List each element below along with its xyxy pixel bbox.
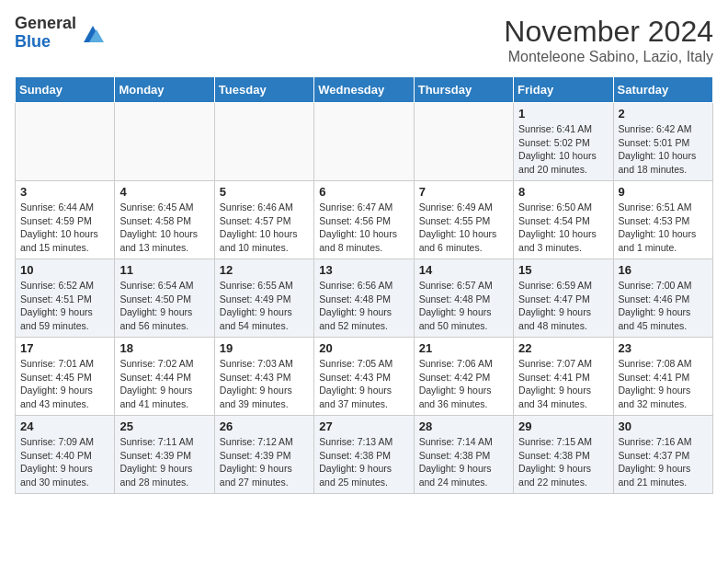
day-cell xyxy=(16,103,115,181)
day-cell: 3Sunrise: 6:44 AM Sunset: 4:59 PM Daylig… xyxy=(16,181,115,259)
month-title: November 2024 xyxy=(504,15,713,49)
day-cell: 11Sunrise: 6:54 AM Sunset: 4:50 PM Dayli… xyxy=(115,259,214,338)
header-day-wednesday: Wednesday xyxy=(314,77,414,103)
day-cell: 23Sunrise: 7:08 AM Sunset: 4:41 PM Dayli… xyxy=(613,338,712,416)
day-info: Sunrise: 6:59 AM Sunset: 4:47 PM Dayligh… xyxy=(518,279,608,333)
day-info: Sunrise: 7:00 AM Sunset: 4:46 PM Dayligh… xyxy=(619,279,708,333)
header-day-saturday: Saturday xyxy=(613,77,712,103)
day-number: 23 xyxy=(619,341,708,355)
day-info: Sunrise: 6:56 AM Sunset: 4:48 PM Dayligh… xyxy=(319,279,408,333)
week-row-3: 10Sunrise: 6:52 AM Sunset: 4:51 PM Dayli… xyxy=(16,259,713,338)
day-cell: 9Sunrise: 6:51 AM Sunset: 4:53 PM Daylig… xyxy=(613,181,712,259)
day-number: 22 xyxy=(518,341,608,355)
day-cell xyxy=(314,103,414,181)
day-info: Sunrise: 6:51 AM Sunset: 4:53 PM Dayligh… xyxy=(619,201,708,255)
day-cell: 25Sunrise: 7:11 AM Sunset: 4:39 PM Dayli… xyxy=(115,416,214,494)
day-info: Sunrise: 7:05 AM Sunset: 4:43 PM Dayligh… xyxy=(319,357,408,411)
logo-blue: Blue xyxy=(15,33,76,52)
day-number: 2 xyxy=(619,107,708,121)
day-number: 4 xyxy=(119,185,209,199)
day-cell: 6Sunrise: 6:47 AM Sunset: 4:56 PM Daylig… xyxy=(314,181,414,259)
day-number: 10 xyxy=(20,263,109,277)
day-number: 26 xyxy=(220,419,309,433)
day-number: 30 xyxy=(619,419,708,433)
day-info: Sunrise: 7:08 AM Sunset: 4:41 PM Dayligh… xyxy=(619,357,708,411)
day-number: 13 xyxy=(319,263,408,277)
day-number: 15 xyxy=(518,263,608,277)
day-number: 5 xyxy=(220,185,309,199)
week-row-5: 24Sunrise: 7:09 AM Sunset: 4:40 PM Dayli… xyxy=(16,416,713,494)
day-number: 21 xyxy=(419,341,508,355)
day-number: 24 xyxy=(20,419,109,433)
day-cell: 8Sunrise: 6:50 AM Sunset: 4:54 PM Daylig… xyxy=(514,181,613,259)
week-row-4: 17Sunrise: 7:01 AM Sunset: 4:45 PM Dayli… xyxy=(16,338,713,416)
day-info: Sunrise: 7:02 AM Sunset: 4:44 PM Dayligh… xyxy=(119,357,209,411)
day-cell: 17Sunrise: 7:01 AM Sunset: 4:45 PM Dayli… xyxy=(16,338,115,416)
day-number: 27 xyxy=(319,419,408,433)
day-number: 29 xyxy=(518,419,608,433)
day-number: 14 xyxy=(419,263,508,277)
title-block: November 2024 Monteleone Sabino, Lazio, … xyxy=(504,15,713,65)
logo-text: General Blue xyxy=(15,15,76,52)
day-cell xyxy=(414,103,513,181)
page-header: General Blue November 2024 Monteleone Sa… xyxy=(15,15,713,65)
calendar-body: 1Sunrise: 6:41 AM Sunset: 5:02 PM Daylig… xyxy=(16,103,713,494)
day-info: Sunrise: 6:41 AM Sunset: 5:02 PM Dayligh… xyxy=(518,122,608,177)
day-cell xyxy=(115,103,214,181)
day-cell: 1Sunrise: 6:41 AM Sunset: 5:02 PM Daylig… xyxy=(514,103,613,181)
header-day-thursday: Thursday xyxy=(414,77,513,103)
day-info: Sunrise: 6:46 AM Sunset: 4:57 PM Dayligh… xyxy=(220,201,309,255)
day-cell: 16Sunrise: 7:00 AM Sunset: 4:46 PM Dayli… xyxy=(613,259,712,338)
day-info: Sunrise: 7:12 AM Sunset: 4:39 PM Dayligh… xyxy=(220,435,309,489)
day-number: 20 xyxy=(319,341,408,355)
calendar-header: SundayMondayTuesdayWednesdayThursdayFrid… xyxy=(16,77,713,103)
day-info: Sunrise: 6:50 AM Sunset: 4:54 PM Dayligh… xyxy=(518,201,608,255)
day-cell: 20Sunrise: 7:05 AM Sunset: 4:43 PM Dayli… xyxy=(314,338,414,416)
day-number: 8 xyxy=(518,185,608,199)
day-number: 7 xyxy=(419,185,508,199)
day-info: Sunrise: 7:15 AM Sunset: 4:38 PM Dayligh… xyxy=(518,435,608,489)
day-number: 28 xyxy=(419,419,508,433)
day-cell: 24Sunrise: 7:09 AM Sunset: 4:40 PM Dayli… xyxy=(16,416,115,494)
week-row-1: 1Sunrise: 6:41 AM Sunset: 5:02 PM Daylig… xyxy=(16,103,713,181)
day-number: 9 xyxy=(619,185,708,199)
day-info: Sunrise: 7:09 AM Sunset: 4:40 PM Dayligh… xyxy=(20,435,109,489)
day-info: Sunrise: 6:45 AM Sunset: 4:58 PM Dayligh… xyxy=(119,201,209,255)
logo-icon xyxy=(80,20,106,46)
day-cell: 10Sunrise: 6:52 AM Sunset: 4:51 PM Dayli… xyxy=(16,259,115,338)
day-number: 1 xyxy=(518,107,608,121)
day-cell: 29Sunrise: 7:15 AM Sunset: 4:38 PM Dayli… xyxy=(514,416,613,494)
day-info: Sunrise: 7:01 AM Sunset: 4:45 PM Dayligh… xyxy=(20,357,109,411)
logo-general: General xyxy=(15,15,76,33)
day-cell: 26Sunrise: 7:12 AM Sunset: 4:39 PM Dayli… xyxy=(214,416,313,494)
day-cell: 30Sunrise: 7:16 AM Sunset: 4:37 PM Dayli… xyxy=(613,416,712,494)
day-cell: 18Sunrise: 7:02 AM Sunset: 4:44 PM Dayli… xyxy=(115,338,214,416)
day-cell: 4Sunrise: 6:45 AM Sunset: 4:58 PM Daylig… xyxy=(115,181,214,259)
day-cell: 12Sunrise: 6:55 AM Sunset: 4:49 PM Dayli… xyxy=(214,259,313,338)
day-cell: 5Sunrise: 6:46 AM Sunset: 4:57 PM Daylig… xyxy=(214,181,313,259)
week-row-2: 3Sunrise: 6:44 AM Sunset: 4:59 PM Daylig… xyxy=(16,181,713,259)
day-info: Sunrise: 7:16 AM Sunset: 4:37 PM Dayligh… xyxy=(619,435,708,489)
day-number: 11 xyxy=(119,263,209,277)
day-info: Sunrise: 6:52 AM Sunset: 4:51 PM Dayligh… xyxy=(20,279,109,333)
day-cell: 13Sunrise: 6:56 AM Sunset: 4:48 PM Dayli… xyxy=(314,259,414,338)
header-day-tuesday: Tuesday xyxy=(214,77,313,103)
header-day-monday: Monday xyxy=(115,77,214,103)
location-title: Monteleone Sabino, Lazio, Italy xyxy=(504,49,713,65)
day-number: 25 xyxy=(119,419,209,433)
day-info: Sunrise: 7:13 AM Sunset: 4:38 PM Dayligh… xyxy=(319,435,408,489)
day-info: Sunrise: 6:55 AM Sunset: 4:49 PM Dayligh… xyxy=(220,279,309,333)
day-cell: 14Sunrise: 6:57 AM Sunset: 4:48 PM Dayli… xyxy=(414,259,513,338)
day-info: Sunrise: 7:03 AM Sunset: 4:43 PM Dayligh… xyxy=(220,357,309,411)
day-cell: 19Sunrise: 7:03 AM Sunset: 4:43 PM Dayli… xyxy=(214,338,313,416)
day-info: Sunrise: 7:11 AM Sunset: 4:39 PM Dayligh… xyxy=(119,435,209,489)
logo: General Blue xyxy=(15,15,106,52)
day-cell: 28Sunrise: 7:14 AM Sunset: 4:38 PM Dayli… xyxy=(414,416,513,494)
day-info: Sunrise: 7:07 AM Sunset: 4:41 PM Dayligh… xyxy=(518,357,608,411)
day-info: Sunrise: 7:06 AM Sunset: 4:42 PM Dayligh… xyxy=(419,357,508,411)
day-info: Sunrise: 6:54 AM Sunset: 4:50 PM Dayligh… xyxy=(119,279,209,333)
day-cell: 27Sunrise: 7:13 AM Sunset: 4:38 PM Dayli… xyxy=(314,416,414,494)
day-info: Sunrise: 7:14 AM Sunset: 4:38 PM Dayligh… xyxy=(419,435,508,489)
calendar-table: SundayMondayTuesdayWednesdayThursdayFrid… xyxy=(15,76,713,494)
day-cell: 15Sunrise: 6:59 AM Sunset: 4:47 PM Dayli… xyxy=(514,259,613,338)
